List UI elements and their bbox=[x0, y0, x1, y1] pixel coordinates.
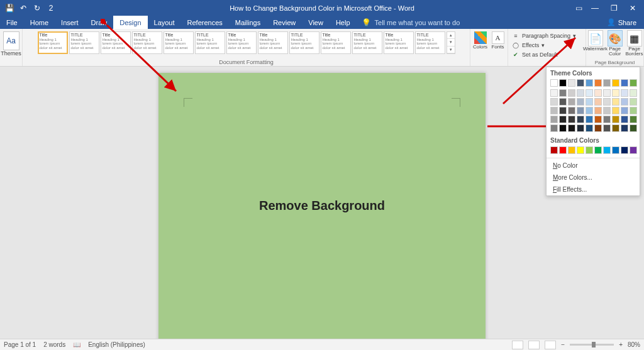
tab-review[interactable]: Review bbox=[267, 16, 302, 29]
color-swatch[interactable] bbox=[612, 98, 619, 106]
color-swatch[interactable] bbox=[577, 107, 584, 114]
minimize-icon[interactable]: — bbox=[586, 1, 604, 15]
maximize-icon[interactable]: ❐ bbox=[605, 1, 623, 15]
zoom-slider[interactable] bbox=[570, 344, 614, 346]
zoom-level[interactable]: 80% bbox=[628, 341, 640, 348]
style-item[interactable]: TITLEHeading 1lorem ipsum dolor sit amet bbox=[289, 31, 319, 54]
zoom-out-icon[interactable]: − bbox=[561, 341, 565, 348]
ribbon-display-icon[interactable]: ▭ bbox=[572, 1, 585, 15]
style-gallery[interactable]: TitleHeading 1lorem ipsum dolor sit amet… bbox=[38, 30, 455, 55]
style-item[interactable]: TitleHeading 1lorem ipsum dolor sit amet bbox=[101, 31, 131, 54]
color-swatch[interactable] bbox=[612, 107, 619, 114]
fill-effects-item[interactable]: Fill Effects... bbox=[547, 183, 640, 195]
page-color-button[interactable]: 🎨 Page Color bbox=[606, 30, 625, 57]
color-swatch[interactable] bbox=[559, 116, 567, 123]
color-swatch[interactable] bbox=[621, 124, 628, 132]
themes-button[interactable]: Aa bbox=[3, 31, 19, 50]
color-swatch[interactable] bbox=[594, 89, 602, 97]
color-swatch[interactable] bbox=[577, 124, 584, 132]
style-item[interactable]: TitleHeading 1lorem ipsum dolor sit amet bbox=[258, 31, 288, 54]
tab-insert[interactable]: Insert bbox=[55, 16, 85, 29]
color-swatch[interactable] bbox=[603, 98, 611, 106]
color-swatch[interactable] bbox=[559, 107, 567, 114]
color-swatch[interactable] bbox=[621, 79, 628, 87]
color-swatch[interactable] bbox=[559, 89, 567, 97]
status-language[interactable]: English (Philippines) bbox=[88, 341, 145, 348]
style-item[interactable]: TITLEHeading 1lorem ipsum dolor sit amet bbox=[132, 31, 162, 54]
color-swatch[interactable] bbox=[586, 107, 593, 114]
color-swatch[interactable] bbox=[612, 79, 619, 87]
color-swatch[interactable] bbox=[594, 124, 602, 132]
color-swatch[interactable] bbox=[630, 116, 637, 123]
tab-file[interactable]: File bbox=[0, 16, 24, 29]
color-swatch[interactable] bbox=[577, 116, 584, 123]
color-swatch[interactable] bbox=[586, 146, 593, 154]
redo-icon[interactable]: ↻ bbox=[31, 3, 43, 14]
color-swatch[interactable] bbox=[550, 124, 558, 132]
color-swatch[interactable] bbox=[621, 89, 628, 97]
color-swatch[interactable] bbox=[586, 79, 593, 87]
style-item[interactable]: TitleHeading 1lorem ipsum dolor sit amet bbox=[38, 31, 68, 54]
style-item[interactable]: TITLEHeading 1lorem ipsum dolor sit amet bbox=[352, 31, 382, 54]
style-gallery-more[interactable]: ▴▾▾ bbox=[447, 31, 455, 54]
style-item[interactable]: TitleHeading 1lorem ipsum dolor sit amet bbox=[164, 31, 194, 54]
color-swatch[interactable] bbox=[630, 89, 637, 97]
color-swatch[interactable] bbox=[594, 98, 602, 106]
style-item[interactable]: TITLEHeading 1lorem ipsum dolor sit amet bbox=[195, 31, 225, 54]
status-page[interactable]: Page 1 of 1 bbox=[4, 341, 36, 348]
color-swatch[interactable] bbox=[630, 98, 637, 106]
page-body-text[interactable]: Remove Background bbox=[158, 199, 486, 213]
color-swatch[interactable] bbox=[594, 116, 602, 123]
color-swatch[interactable] bbox=[577, 89, 584, 97]
tab-mailings[interactable]: Mailings bbox=[229, 16, 267, 29]
spellcheck-icon[interactable]: 📖 bbox=[73, 341, 80, 348]
watermark-button[interactable]: 📄 Watermark bbox=[586, 30, 605, 57]
color-swatch[interactable] bbox=[568, 79, 575, 87]
no-color-item[interactable]: No Color bbox=[547, 160, 640, 172]
page-borders-button[interactable]: ▦ Page Borders bbox=[625, 30, 644, 57]
tab-layout[interactable]: Layout bbox=[148, 16, 181, 29]
color-swatch[interactable] bbox=[568, 107, 575, 114]
color-swatch[interactable] bbox=[621, 107, 628, 114]
page[interactable]: Remove Background bbox=[158, 73, 486, 339]
fonts-button[interactable]: A Fonts bbox=[490, 31, 506, 50]
color-swatch[interactable] bbox=[603, 146, 611, 154]
color-swatch[interactable] bbox=[630, 79, 637, 87]
close-icon[interactable]: ✕ bbox=[624, 1, 641, 15]
color-swatch[interactable] bbox=[630, 146, 637, 154]
color-swatch[interactable] bbox=[603, 116, 611, 123]
status-words[interactable]: 2 words bbox=[43, 341, 65, 348]
color-swatch[interactable] bbox=[594, 107, 602, 114]
undo-icon[interactable]: ↶ bbox=[18, 3, 29, 14]
color-swatch[interactable] bbox=[550, 98, 558, 106]
color-swatch[interactable] bbox=[568, 146, 575, 154]
tab-design[interactable]: Design bbox=[113, 16, 147, 29]
share-button[interactable]: 👤 Share bbox=[599, 16, 644, 29]
color-swatch[interactable] bbox=[621, 116, 628, 123]
more-colors-item[interactable]: More Colors... bbox=[547, 172, 640, 183]
color-swatch[interactable] bbox=[586, 124, 593, 132]
color-swatch[interactable] bbox=[568, 116, 575, 123]
color-swatch[interactable] bbox=[550, 79, 558, 87]
color-swatch[interactable] bbox=[559, 98, 567, 106]
tab-help[interactable]: Help bbox=[330, 16, 357, 29]
color-swatch[interactable] bbox=[550, 146, 558, 154]
color-swatch[interactable] bbox=[568, 124, 575, 132]
color-swatch[interactable] bbox=[586, 89, 593, 97]
tab-home[interactable]: Home bbox=[24, 16, 55, 29]
color-swatch[interactable] bbox=[594, 79, 602, 87]
color-swatch[interactable] bbox=[612, 124, 619, 132]
color-swatch[interactable] bbox=[612, 146, 619, 154]
color-swatch[interactable] bbox=[603, 89, 611, 97]
color-swatch[interactable] bbox=[630, 107, 637, 114]
tab-references[interactable]: References bbox=[181, 16, 229, 29]
set-default-button[interactable]: ✔Set as Default bbox=[511, 50, 583, 59]
paragraph-spacing-button[interactable]: ≡Paragraph Spacing ▾ bbox=[511, 31, 583, 40]
style-item[interactable]: TitleHeading 1lorem ipsum dolor sit amet bbox=[321, 31, 351, 54]
read-mode-icon[interactable] bbox=[512, 341, 523, 349]
color-swatch[interactable] bbox=[612, 89, 619, 97]
color-swatch[interactable] bbox=[594, 146, 602, 154]
color-swatch[interactable] bbox=[550, 116, 558, 123]
effects-button[interactable]: ◯Effects ▾ bbox=[511, 41, 583, 50]
color-swatch[interactable] bbox=[603, 107, 611, 114]
